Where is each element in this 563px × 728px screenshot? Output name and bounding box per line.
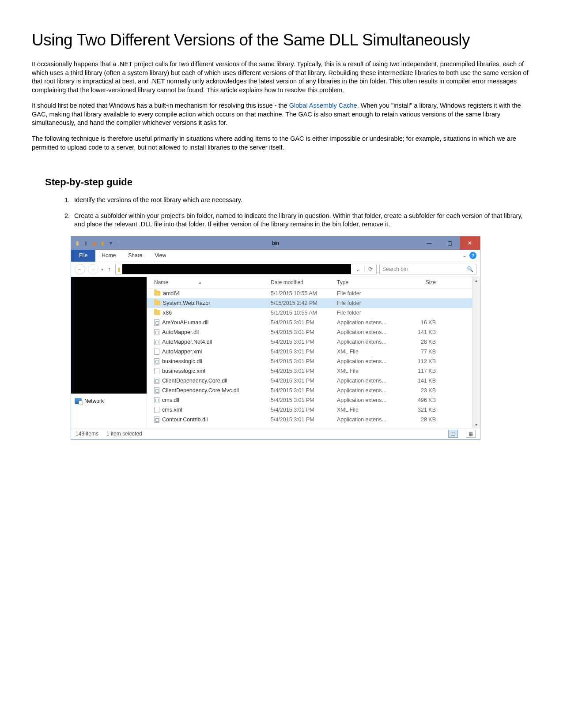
file-name: ClientDependency.Core.Mvc.dll: [162, 387, 239, 394]
close-button[interactable]: ✕: [460, 236, 480, 250]
file-size: 28 KB: [408, 417, 443, 423]
file-type: XML File: [337, 368, 408, 374]
view-tab[interactable]: View: [148, 250, 172, 262]
file-date: 5/1/2015 10:55 AM: [271, 290, 337, 296]
file-type: XML File: [337, 407, 408, 413]
dll-icon: [154, 417, 159, 423]
window-buttons: — ▢ ✕: [419, 236, 480, 250]
file-row[interactable]: x865/1/2015 10:55 AMFile folder: [147, 308, 480, 318]
dll-icon: [154, 378, 159, 384]
file-row[interactable]: AreYouAHuman.dll5/4/2015 3:01 PMApplicat…: [147, 318, 480, 327]
col-name[interactable]: Name▲: [147, 279, 271, 285]
file-date: 5/4/2015 3:01 PM: [271, 407, 337, 413]
window-title: bin: [272, 240, 279, 246]
para2-pre: It should first be noted that Windows ha…: [32, 102, 289, 109]
file-type: Application extens...: [337, 387, 408, 394]
file-row[interactable]: amd645/1/2015 10:55 AMFile folder: [147, 289, 480, 298]
network-icon: [75, 398, 82, 404]
back-button[interactable]: ←: [75, 264, 85, 274]
qat-sep-icon: ▮: [82, 240, 89, 247]
col-type[interactable]: Type: [337, 279, 408, 285]
status-bar: 143 items 1 item selected ☰ ▦: [71, 428, 480, 439]
maximize-icon: ▢: [447, 240, 452, 246]
refresh-icon[interactable]: ⟳: [364, 266, 376, 272]
details-view-button[interactable]: ☰: [448, 430, 458, 438]
file-date: 5/4/2015 3:01 PM: [271, 397, 337, 403]
file-row[interactable]: AutoMapper.dll5/4/2015 3:01 PMApplicatio…: [147, 327, 480, 337]
search-input[interactable]: Search bin 🔍: [379, 264, 476, 274]
file-size: 496 KB: [408, 397, 443, 403]
file-name: AreYouAHuman.dll: [162, 319, 208, 326]
ribbon-expand-icon[interactable]: ⌄: [462, 252, 467, 259]
file-name: AutoMapper.dll: [162, 329, 199, 335]
ribbon: File Home Share View ⌄ ?: [71, 250, 480, 262]
minimize-button[interactable]: —: [419, 236, 439, 250]
properties-icon[interactable]: ▣: [91, 240, 98, 247]
file-type: File folder: [337, 290, 408, 296]
file-row[interactable]: businesslogic.xml5/4/2015 3:01 PMXML Fil…: [147, 366, 480, 376]
status-count: 143 items: [76, 431, 98, 437]
home-tab[interactable]: Home: [95, 250, 122, 262]
share-tab[interactable]: Share: [122, 250, 148, 262]
file-size: 28 KB: [408, 339, 443, 345]
guide-heading: Step-by-step guide: [45, 176, 531, 188]
gac-link[interactable]: Global Assembly Cache: [289, 102, 357, 109]
intro-paragraph-3: The following technique is therefore use…: [32, 135, 531, 152]
file-name: cms.dll: [162, 397, 179, 403]
maximize-button[interactable]: ▢: [439, 236, 460, 250]
file-row[interactable]: cms.xml5/4/2015 3:01 PMXML File321 KB: [147, 405, 480, 415]
file-row[interactable]: ClientDependency.Core.Mvc.dll5/4/2015 3:…: [147, 386, 480, 395]
recent-chevron-icon[interactable]: ▾: [101, 267, 103, 272]
file-row[interactable]: AutoMapper.xml5/4/2015 3:01 PMXML File77…: [147, 347, 480, 356]
file-row[interactable]: System.Web.Razor5/15/2015 2:42 PMFile fo…: [147, 298, 480, 308]
col-size[interactable]: Size: [408, 279, 443, 285]
file-row[interactable]: ClientDependency.Core.dll5/4/2015 3:01 P…: [147, 376, 480, 386]
nav-network-label: Network: [84, 398, 104, 404]
dll-icon: [154, 319, 159, 326]
thumbnails-view-button[interactable]: ▦: [466, 430, 476, 438]
search-icon: 🔍: [467, 266, 473, 272]
dll-icon: [154, 397, 159, 403]
file-name: Contour.Contrib.dll: [162, 417, 208, 423]
dll-icon: [154, 387, 159, 394]
file-size: 141 KB: [408, 378, 443, 384]
file-size: 141 KB: [408, 329, 443, 335]
file-name: amd64: [163, 290, 180, 296]
intro-paragraph-1: It occasionally happens that a .NET proj…: [32, 60, 531, 94]
file-date: 5/4/2015 3:01 PM: [271, 319, 337, 326]
scroll-down-icon[interactable]: ▾: [475, 422, 477, 427]
minimize-icon: —: [427, 240, 432, 246]
step-2: Create a subfolder within your project's…: [72, 212, 531, 229]
nav-network[interactable]: Network: [71, 394, 147, 409]
scrollbar[interactable]: ▴ ▾: [472, 277, 480, 428]
file-row[interactable]: Contour.Contrib.dll5/4/2015 3:01 PMAppli…: [147, 415, 480, 424]
file-row[interactable]: AutoMapper.Net4.dll5/4/2015 3:01 PMAppli…: [147, 337, 480, 347]
address-chevron-icon[interactable]: ⌄: [353, 266, 363, 272]
file-date: 5/4/2015 3:01 PM: [271, 329, 337, 335]
up-button[interactable]: ↑: [106, 266, 113, 273]
scroll-up-icon[interactable]: ▴: [475, 278, 477, 283]
folder-icon: [154, 310, 160, 315]
quick-access-toolbar: ▮ ▮ ▣ ▮ ▾ │: [71, 240, 123, 247]
qat-chevron-icon[interactable]: ▾: [107, 240, 114, 247]
search-placeholder: Search bin: [382, 266, 408, 272]
file-name: businesslogic.dll: [162, 358, 202, 364]
help-icon[interactable]: ?: [469, 252, 476, 259]
file-date: 5/4/2015 3:01 PM: [271, 417, 337, 423]
navigation-panel: Network: [71, 277, 147, 428]
page-title: Using Two Different Versions of the Same…: [32, 31, 531, 49]
qat-divider-icon: │: [116, 240, 123, 247]
file-tab[interactable]: File: [71, 250, 95, 262]
file-name: businesslogic.xml: [162, 368, 205, 374]
titlebar[interactable]: ▮ ▮ ▣ ▮ ▾ │ bin — ▢ ✕: [71, 236, 480, 250]
address-bar[interactable]: ▮ ⌄ ⟳: [115, 264, 377, 274]
explorer-icon: ▮: [74, 240, 81, 247]
address-bar-row: ← → ▾ ↑ ▮ ⌄ ⟳ Search bin 🔍: [71, 262, 480, 277]
col-date[interactable]: Date modified: [271, 279, 337, 285]
col-name-label: Name: [154, 279, 168, 285]
forward-button[interactable]: →: [88, 264, 98, 274]
new-folder-icon[interactable]: ▮: [99, 240, 106, 247]
file-type: Application extens...: [337, 358, 408, 364]
file-row[interactable]: cms.dll5/4/2015 3:01 PMApplication exten…: [147, 395, 480, 405]
file-row[interactable]: businesslogic.dll5/4/2015 3:01 PMApplica…: [147, 356, 480, 366]
